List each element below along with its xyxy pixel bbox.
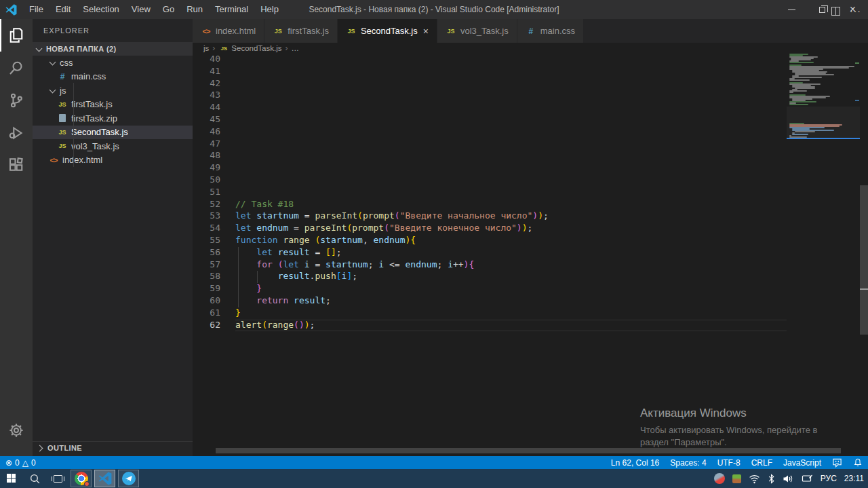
extensions-view-button[interactable] xyxy=(0,149,33,182)
minimize-button[interactable] xyxy=(776,0,807,19)
breadcrumb-folder[interactable]: js xyxy=(203,44,209,52)
menu-file[interactable]: File xyxy=(23,0,50,19)
tree-item-index-html[interactable]: <> index.html xyxy=(33,153,193,168)
bluetooth-icon[interactable] xyxy=(768,474,775,484)
run-debug-view-button[interactable] xyxy=(0,117,33,149)
notifications-bell-icon[interactable] xyxy=(853,457,863,468)
feedback-smiley-icon[interactable] xyxy=(832,457,842,468)
minimap[interactable] xyxy=(787,54,860,456)
menu-help[interactable]: Help xyxy=(254,0,285,19)
menu-terminal[interactable]: Terminal xyxy=(209,0,254,19)
task-view-button[interactable] xyxy=(46,469,69,488)
tree-item-js-folder[interactable]: js xyxy=(33,83,193,98)
language-indicator[interactable]: РУС xyxy=(821,474,837,483)
code-line[interactable]: 52// Task #18 xyxy=(193,199,868,211)
manage-button[interactable] xyxy=(0,414,33,447)
breadcrumb-symbol[interactable]: … xyxy=(291,44,299,52)
errors-icon[interactable]: ⊗ xyxy=(5,458,12,468)
code-line[interactable]: 60 return result; xyxy=(193,295,868,307)
taskbar-vscode-button[interactable] xyxy=(94,470,115,487)
code-line[interactable]: 54let endnum = parseInt(prompt("Введите … xyxy=(193,223,868,235)
file-label: firstTask.zip xyxy=(71,113,117,124)
tab-secondtask-js[interactable]: JS SecondTask.js × xyxy=(338,19,437,43)
code-line[interactable]: 51 xyxy=(193,187,868,199)
code-line[interactable]: 42 xyxy=(193,78,868,90)
code-line[interactable]: 50 xyxy=(193,174,868,187)
source-control-view-button[interactable] xyxy=(0,84,33,117)
tab-index-html[interactable]: <> index.html xyxy=(193,19,264,43)
code-line[interactable]: 53let startnum = parseInt(prompt("Введит… xyxy=(193,210,868,223)
code-line[interactable]: 41 xyxy=(193,66,868,78)
code-line[interactable]: 47 xyxy=(193,138,868,151)
tab-close-icon[interactable]: × xyxy=(423,26,429,37)
language-mode[interactable]: JavaScript xyxy=(783,458,821,468)
taskbar-chrome-button[interactable] xyxy=(71,470,92,487)
start-button[interactable] xyxy=(0,469,23,488)
code-line[interactable]: 62alert(range()); xyxy=(193,320,868,332)
code-line[interactable]: 43 xyxy=(193,90,868,102)
code-line[interactable]: 46 xyxy=(193,126,868,138)
encoding[interactable]: UTF-8 xyxy=(717,458,741,468)
tree-item-css-folder[interactable]: css xyxy=(33,56,193,70)
vertical-scrollbar[interactable] xyxy=(860,185,868,335)
code-line[interactable]: 58 result.push[i]; xyxy=(193,271,868,283)
line-number: 48 xyxy=(193,150,220,160)
code-line[interactable]: 45 xyxy=(193,114,868,126)
activity-bar xyxy=(0,19,33,456)
code-editor[interactable]: 40414243444546474849505152// Task #1853l… xyxy=(193,54,868,456)
search-view-button[interactable] xyxy=(0,52,33,84)
tab-firsttask-js[interactable]: JS firstTask.js xyxy=(264,19,337,43)
code-line[interactable]: 40 xyxy=(193,54,868,66)
tray-app-icon[interactable] xyxy=(714,473,725,484)
warnings-count[interactable]: 0 xyxy=(31,458,36,468)
menu-view[interactable]: View xyxy=(125,0,157,19)
folder-label: css xyxy=(60,58,73,68)
more-actions-button[interactable]: ··· xyxy=(850,5,861,16)
tray-archive-app-icon[interactable] xyxy=(732,474,741,483)
indentation-setting[interactable]: Spaces: 4 xyxy=(670,458,706,468)
js-file-icon: JS xyxy=(57,129,68,136)
horizontal-scrollbar[interactable] xyxy=(216,448,841,453)
tree-item-firsttask-zip[interactable]: firstTask.zip xyxy=(33,111,193,126)
taskbar-search-button[interactable] xyxy=(23,469,46,488)
chevron-down-icon xyxy=(50,58,56,65)
tree-item-vol3-task-js[interactable]: JS vol3_Task.js xyxy=(33,139,193,153)
code-line[interactable]: 55function range (startnum, endnum){ xyxy=(193,235,868,247)
chevron-down-icon xyxy=(50,86,56,93)
volume-icon[interactable] xyxy=(783,474,794,484)
warnings-icon[interactable]: △ xyxy=(22,458,28,468)
split-editor-button[interactable] xyxy=(831,7,840,16)
code-line[interactable]: 49 xyxy=(193,162,868,174)
tree-item-firsttask-js[interactable]: JS firstTask.js xyxy=(33,98,193,112)
code-line[interactable]: 57 for (let i = startnum; i <= endnum; i… xyxy=(193,259,868,271)
code-line[interactable]: 48 xyxy=(193,150,868,162)
tab-vol3-task-js[interactable]: JS vol3_Task.js xyxy=(437,19,517,43)
windows-taskbar: РУС 23:11 xyxy=(0,469,868,488)
menu-run[interactable]: Run xyxy=(180,0,209,19)
code-line[interactable]: 44 xyxy=(193,102,868,114)
explorer-view-button[interactable] xyxy=(0,19,33,52)
errors-count[interactable]: 0 xyxy=(15,458,20,468)
wifi-icon[interactable] xyxy=(749,474,760,484)
line-number: 41 xyxy=(193,66,220,76)
menu-edit[interactable]: Edit xyxy=(50,0,77,19)
tab-main-css[interactable]: # main.css xyxy=(517,19,583,43)
menu-go[interactable]: Go xyxy=(157,0,180,19)
tree-item-main-css[interactable]: # main.css xyxy=(33,70,193,84)
clock[interactable]: 23:11 xyxy=(844,474,864,483)
taskbar-telegram-button[interactable] xyxy=(118,470,139,487)
code-line[interactable]: 59 } xyxy=(193,283,868,295)
breadcrumb-file[interactable]: SecondTask.js xyxy=(231,44,281,52)
restore-icon xyxy=(819,7,825,13)
outline-section-header[interactable]: OUTLINE xyxy=(33,441,193,454)
menu-selection[interactable]: Selection xyxy=(77,0,125,19)
touch-keyboard-icon[interactable] xyxy=(802,474,813,483)
code-line[interactable]: 61} xyxy=(193,307,868,320)
cursor-position[interactable]: Ln 62, Col 16 xyxy=(611,458,659,468)
tree-item-secondtask-js[interactable]: JS SecondTask.js xyxy=(33,126,193,140)
eol-sequence[interactable]: CRLF xyxy=(751,458,772,468)
tree-root-folder[interactable]: НОВАЯ ПАПКА (2) xyxy=(33,42,193,56)
chrome-icon xyxy=(75,472,88,485)
chevron-right-icon: › xyxy=(212,43,215,53)
code-line[interactable]: 56 let result = []; xyxy=(193,247,868,259)
